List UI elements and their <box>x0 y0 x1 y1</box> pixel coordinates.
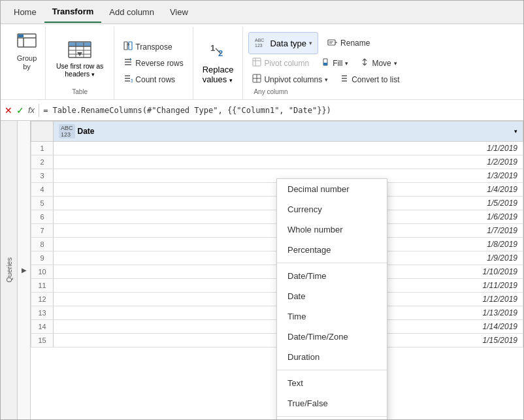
col-type-badge: ABC123 <box>59 124 75 138</box>
rename-button[interactable]: Rename <box>323 35 374 52</box>
reverse-rows-button[interactable]: Reverse rows <box>120 56 187 71</box>
dropdown-menu-item[interactable]: Decimal number <box>277 179 387 199</box>
formula-bar-content[interactable]: = Table.RenameColumns(#"Changed Type", {… <box>43 106 331 115</box>
row-number: 1 <box>31 142 54 155</box>
row-number: 11 <box>31 279 54 293</box>
svg-rect-24 <box>328 40 335 45</box>
svg-text:1: 1 <box>210 43 215 53</box>
row-number: 5 <box>31 197 54 210</box>
move-label: Move <box>372 59 391 68</box>
pivot-icon <box>252 57 261 69</box>
unpivot-label: Unpivot columns <box>264 75 322 84</box>
table-group-label: Table <box>51 87 108 97</box>
row-number: 2 <box>31 155 54 169</box>
unpivot-button[interactable]: Unpivot columns ▾ <box>248 72 332 87</box>
reject-icon: ✕ <box>5 105 12 116</box>
fill-label: Fill <box>333 59 342 68</box>
menu-view[interactable]: View <box>162 2 196 22</box>
formula-bar-accept[interactable]: ✓ <box>16 105 24 116</box>
data-type-icon: ABC 123 <box>254 35 267 51</box>
row-number: 12 <box>31 293 54 306</box>
formula-bar-reject[interactable]: ✕ <box>5 105 12 116</box>
count-rows-icon: 3 <box>123 74 133 85</box>
content-area: Queries ▶ ABC123 Date ▾ <box>1 121 523 419</box>
table-row: 2 1/2/2019 <box>31 155 523 169</box>
unpivot-arrow: ▾ <box>325 76 328 83</box>
ribbon-group-table-left: Groupby <box>6 27 46 99</box>
data-type-arrow: ▾ <box>309 40 312 46</box>
dropdown-menu-item[interactable]: Time <box>277 306 387 327</box>
first-row-button[interactable]: Use first row asheaders ▾ <box>51 37 108 80</box>
convert-icon <box>340 74 349 85</box>
rename-icon <box>327 37 338 50</box>
first-row-icon <box>67 39 92 62</box>
row-number: 13 <box>31 306 54 320</box>
pivot-column-button[interactable]: Pivot column <box>248 56 313 71</box>
dropdown-menu-item[interactable]: True/False <box>277 393 387 413</box>
count-rows-label: Count rows <box>135 75 175 84</box>
any-column-label: Any column <box>248 87 293 97</box>
fx-icon: fx <box>28 105 35 115</box>
row-number: 3 <box>31 169 54 183</box>
menu-home[interactable]: Home <box>6 2 44 22</box>
menu-add-column[interactable]: Add column <box>101 2 162 22</box>
queries-sidebar[interactable]: Queries <box>1 121 18 419</box>
col-dropdown-arrow[interactable]: ▾ <box>514 128 517 135</box>
data-type-label: Data type <box>270 39 306 48</box>
count-rows-button[interactable]: 3 Count rows <box>120 72 187 87</box>
dropdown-menu-item[interactable]: Percentage <box>277 240 387 260</box>
dropdown-separator <box>277 416 387 417</box>
replace-values-icon: 1 2 <box>208 42 229 65</box>
row-number: 14 <box>31 320 54 334</box>
reverse-rows-label: Reverse rows <box>135 59 183 68</box>
transpose-button[interactable]: Transpose <box>120 39 187 54</box>
convert-to-list-button[interactable]: Convert to list <box>336 72 403 87</box>
transpose-label: Transpose <box>135 42 172 52</box>
row-number: 4 <box>31 183 54 197</box>
replace-values-button[interactable]: 1 2 Replacevalues ▾ <box>199 29 238 97</box>
dropdown-menu-item[interactable]: Date/Time/Zone <box>277 327 387 347</box>
svg-rect-3 <box>18 35 24 37</box>
formula-bar-separator <box>39 104 39 117</box>
svg-rect-5 <box>69 42 91 46</box>
dropdown-menu-item[interactable]: Whole number <box>277 219 387 240</box>
dropdown-menu-item[interactable]: Text <box>277 373 387 393</box>
svg-rect-28 <box>253 58 261 66</box>
dropdown-separator <box>277 263 387 263</box>
row-number: 15 <box>31 334 54 347</box>
group-by-button[interactable]: Groupby <box>11 29 42 74</box>
row-number: 8 <box>31 238 54 251</box>
svg-text:3: 3 <box>131 78 133 83</box>
svg-rect-11 <box>124 42 127 50</box>
accept-icon: ✓ <box>16 105 24 116</box>
convert-label: Convert to list <box>352 75 399 84</box>
row-number: 6 <box>31 210 54 224</box>
menu-transform[interactable]: Transform <box>44 1 102 23</box>
unpivot-icon <box>252 74 261 85</box>
move-icon <box>360 57 369 69</box>
svg-rect-12 <box>129 42 132 50</box>
fill-button[interactable]: Fill ▾ <box>317 56 352 71</box>
dropdown-menu-item[interactable]: Date <box>277 286 387 306</box>
first-row-label: Use first row asheaders ▾ <box>56 62 103 78</box>
row-number: 9 <box>31 251 54 265</box>
data-type-dropdown[interactable]: ABC 123 Data type ▾ <box>248 32 318 54</box>
date-column-header[interactable]: ABC123 Date ▾ <box>54 121 523 142</box>
ribbon-group-replace: 1 2 Replacevalues ▾ <box>193 27 244 99</box>
dropdown-menu-item[interactable]: Date/Time <box>277 266 387 286</box>
date-cell: 1/1/2019 <box>54 142 523 155</box>
main-window: Home Transform Add column View Gr <box>0 0 524 420</box>
dropdown-menu-item[interactable]: Currency <box>277 199 387 219</box>
table-row: 1 1/1/2019 <box>31 142 523 155</box>
row-number-header <box>31 121 54 142</box>
expand-panel-arrow[interactable]: ▶ <box>18 121 31 419</box>
rename-label: Rename <box>340 39 370 48</box>
group-by-label: Groupby <box>17 54 37 71</box>
formula-bar: ✕ ✓ fx = Table.RenameColumns(#"Changed T… <box>1 100 523 121</box>
pivot-label: Pivot column <box>264 59 309 68</box>
move-button[interactable]: Move ▾ <box>356 56 401 71</box>
dropdown-menu-item[interactable]: Duration <box>277 347 387 367</box>
row-number: 7 <box>31 224 54 238</box>
data-grid-wrapper: ABC123 Date ▾ 1 1/1/2019 2 1/2/2019 3 1/… <box>31 121 523 419</box>
date-cell: 1/2/2019 <box>54 155 523 169</box>
